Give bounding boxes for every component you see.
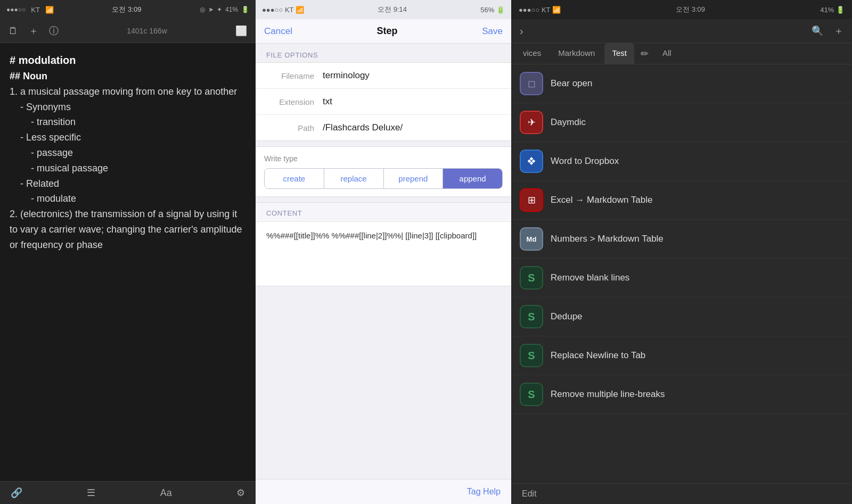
extension-row: Extension txt bbox=[256, 89, 511, 115]
apps-toolbar-right: 🔍 ＋ bbox=[812, 24, 843, 37]
bear-app-name: Bear open bbox=[551, 78, 592, 89]
tag-help-button[interactable]: Tag Help bbox=[467, 487, 501, 497]
add-workflow-icon[interactable]: ＋ bbox=[834, 24, 843, 37]
save-button[interactable]: Save bbox=[482, 26, 503, 37]
list-transition: - transition bbox=[10, 114, 246, 130]
excel-app-name: Excel → Markdown Table bbox=[551, 195, 653, 205]
filename-label: Filename bbox=[266, 71, 314, 80]
content-section: CONTENT %%###[[title]]%% %%###[[line|2]]… bbox=[256, 202, 511, 286]
remove-breaks-icon: S bbox=[520, 383, 543, 406]
modal-battery: 56% bbox=[480, 6, 494, 14]
modal-time: 오전 9:14 bbox=[378, 5, 407, 14]
editor-panel: ●●●○○ KT 📶 오전 3:09 ◎ ➤ ✦ 41% 🔋 🗒 ＋ ⓘ 140… bbox=[0, 0, 256, 504]
list-modulate: - modulate bbox=[10, 191, 246, 206]
filename-value[interactable]: terminology bbox=[323, 70, 501, 81]
apps-panel: ●●●○○ KT 📶 오전 3:09 41% 🔋 › 🔍 ＋ vices Mar… bbox=[511, 0, 852, 504]
arrow-icon: ➤ bbox=[208, 6, 214, 13]
content-text[interactable]: %%###[[title]]%% %%###[[line|2]]%%| [[li… bbox=[256, 222, 511, 286]
paragraph-1: 1. a musical passage moving from one key… bbox=[10, 84, 246, 100]
search-icon[interactable]: 🔍 bbox=[812, 25, 823, 37]
list-item[interactable]: ◻ Bear open bbox=[511, 64, 852, 103]
tab-all[interactable]: All bbox=[655, 43, 679, 64]
cancel-button[interactable]: Cancel bbox=[264, 26, 292, 37]
location-icon: ◎ bbox=[200, 6, 205, 13]
append-button[interactable]: append bbox=[443, 169, 502, 188]
apps-toolbar: › 🔍 ＋ bbox=[511, 19, 852, 43]
list-item[interactable]: S Replace Newline to Tab bbox=[511, 336, 852, 375]
apps-battery-icon: 🔋 bbox=[836, 6, 845, 14]
bear-icon: ◻ bbox=[520, 72, 543, 95]
path-label: Path bbox=[266, 123, 314, 133]
wifi-icon: 📶 bbox=[45, 6, 54, 14]
signal-dots: ●●●○○ bbox=[6, 6, 26, 13]
modal-dots: ●●●○○ bbox=[262, 6, 283, 14]
add-icon[interactable]: ＋ bbox=[29, 24, 38, 37]
extension-label: Extension bbox=[266, 97, 314, 106]
editor-content[interactable]: # modulation ## Noun 1. a musical passag… bbox=[0, 43, 256, 481]
font-icon[interactable]: Aa bbox=[160, 488, 172, 499]
modal-battery-icon: 🔋 bbox=[496, 6, 505, 14]
modal-status-left: ●●●○○ KT 📶 bbox=[262, 6, 304, 14]
status-left: ●●●○○ KT 📶 bbox=[6, 6, 54, 14]
modal-status-bar: ●●●○○ KT 📶 오전 9:14 56% 🔋 bbox=[256, 0, 511, 19]
modal-wifi: 📶 bbox=[296, 6, 304, 14]
write-type-section: Write type create replace prepend append bbox=[256, 146, 511, 197]
dedupe-app-name: Dedupe bbox=[551, 311, 583, 322]
apps-battery: 41% bbox=[820, 6, 834, 14]
daymdic-app-name: Daymdic bbox=[551, 117, 586, 128]
path-value[interactable]: /Flashcards Deluxe/ bbox=[323, 122, 501, 133]
list-item[interactable]: S Remove multiple line-breaks bbox=[511, 375, 852, 414]
battery-level: 41% bbox=[225, 6, 238, 13]
link-icon[interactable]: 🔗 bbox=[11, 487, 22, 499]
modal-footer: Tag Help bbox=[256, 479, 511, 504]
settings-icon[interactable]: ⚙ bbox=[236, 487, 245, 499]
pencil-tab-icon[interactable]: ✏ bbox=[636, 44, 653, 64]
list-item[interactable]: ❖ Word to Dropbox bbox=[511, 142, 852, 181]
expand-icon[interactable]: ⬜ bbox=[235, 25, 247, 37]
tab-vices[interactable]: vices bbox=[515, 43, 548, 64]
new-file-icon[interactable]: 🗒 bbox=[9, 26, 18, 37]
write-type-label: Write type bbox=[264, 154, 503, 163]
remove-blank-icon: S bbox=[520, 266, 543, 290]
dropbox-icon: ❖ bbox=[520, 150, 543, 173]
create-button[interactable]: create bbox=[265, 169, 324, 188]
replace-newline-app-name: Replace Newline to Tab bbox=[551, 350, 645, 361]
list-synonyms: - Synonyms bbox=[10, 100, 246, 115]
modal-panel: ●●●○○ KT 📶 오전 9:14 56% 🔋 Cancel Step Sav… bbox=[256, 0, 511, 504]
dedupe-icon: S bbox=[520, 305, 543, 328]
excel-icon: ⊞ bbox=[520, 188, 543, 212]
modal-nav: Cancel Step Save bbox=[256, 19, 511, 44]
numbers-icon: Md bbox=[520, 227, 543, 251]
tab-markdown[interactable]: Markdown bbox=[551, 43, 602, 64]
list-icon[interactable]: ☰ bbox=[87, 487, 95, 499]
list-item[interactable]: S Dedupe bbox=[511, 298, 852, 336]
apps-dots: ●●●○○ bbox=[519, 6, 539, 14]
file-options-header: FILE OPTIONS bbox=[256, 44, 511, 62]
status-time: 오전 3:09 bbox=[112, 5, 141, 14]
dropbox-app-name: Word to Dropbox bbox=[551, 156, 619, 167]
apps-carrier: KT bbox=[542, 6, 550, 14]
modal-body: FILE OPTIONS Filename terminology Extens… bbox=[256, 44, 511, 479]
list-item[interactable]: S Remove blank lines bbox=[511, 259, 852, 298]
apps-bottom-bar: Edit bbox=[511, 483, 852, 504]
list-item[interactable]: ✈ Daymdic bbox=[511, 103, 852, 142]
list-related: - Related bbox=[10, 176, 246, 192]
editor-status-bar: ●●●○○ KT 📶 오전 3:09 ◎ ➤ ✦ 41% 🔋 bbox=[0, 0, 256, 19]
prepend-button[interactable]: prepend bbox=[384, 169, 444, 188]
back-chevron-icon[interactable]: › bbox=[520, 25, 523, 37]
modal-status-right: 56% 🔋 bbox=[480, 6, 505, 14]
tab-test[interactable]: Test bbox=[604, 43, 634, 64]
list-item[interactable]: Md Numbers > Markdown Table bbox=[511, 220, 852, 259]
replace-button[interactable]: replace bbox=[324, 169, 384, 188]
paragraph-2: 2. (electronics) the transmission of a s… bbox=[10, 206, 246, 252]
word-count: 1401c 166w bbox=[127, 27, 167, 35]
toolbar-icons: 🗒 ＋ ⓘ bbox=[9, 24, 59, 37]
list-item[interactable]: ⊞ Excel → Markdown Table bbox=[511, 181, 852, 220]
info-icon[interactable]: ⓘ bbox=[49, 24, 59, 37]
extension-value[interactable]: txt bbox=[323, 96, 501, 107]
list-musical-passage: - musical passage bbox=[10, 161, 246, 176]
daymdic-icon: ✈ bbox=[520, 111, 543, 134]
apps-status-right: 41% 🔋 bbox=[820, 6, 845, 14]
edit-button[interactable]: Edit bbox=[522, 489, 537, 499]
apps-wifi: 📶 bbox=[552, 6, 561, 14]
